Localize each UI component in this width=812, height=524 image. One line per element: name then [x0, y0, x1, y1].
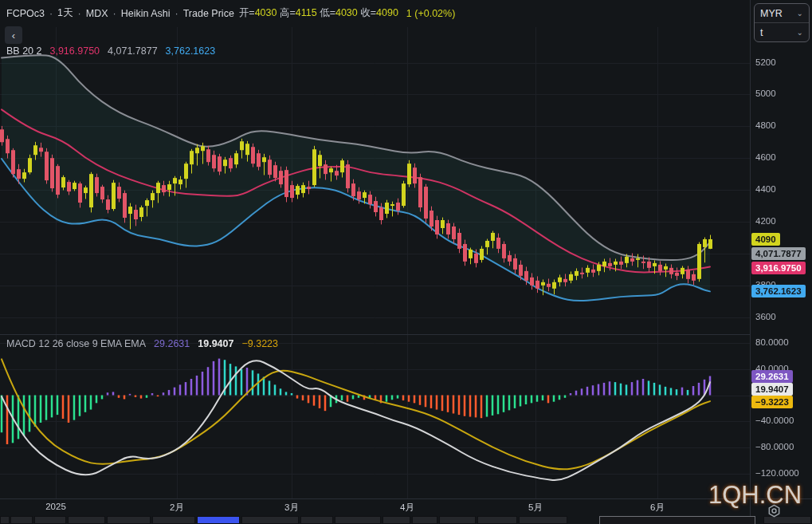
separator-dot: ·: [49, 8, 53, 19]
ohlc-value: 4030: [335, 7, 358, 18]
bottom-strip-segment[interactable]: [439, 516, 476, 524]
price-axis-label: 5200: [755, 57, 776, 67]
currency-dropdown[interactable]: MYR ⌄: [755, 4, 809, 22]
currency-unit-selector: MYR ⌄ t ⌄: [754, 3, 810, 42]
bottom-strip-segment[interactable]: [412, 516, 437, 524]
bottom-strip-segment[interactable]: [300, 516, 333, 524]
bottom-strip-segment[interactable]: [477, 516, 517, 524]
series-type: Trade Price: [183, 8, 234, 19]
macd-axis-label: −80.0000: [755, 442, 794, 451]
separator-dot: ·: [113, 8, 116, 19]
ohlc-label: 开=: [239, 7, 255, 18]
chevron-down-icon: ⌄: [797, 9, 803, 18]
time-axis-border: [0, 498, 812, 499]
bottom-strip-segment[interactable]: [382, 516, 410, 524]
bb-title[interactable]: BB 20 2: [6, 45, 41, 57]
chevron-down-icon: ⌄: [797, 28, 803, 37]
exchange: MDX: [86, 8, 108, 19]
price-axis-border[interactable]: [750, 0, 751, 524]
symbol-name[interactable]: FCPOc3: [6, 8, 45, 19]
back-button[interactable]: ‹: [5, 26, 22, 44]
time-axis-label[interactable]: 3月: [284, 502, 299, 514]
change-percent: 1 (+0.02%): [406, 8, 456, 19]
bottom-strip-segment[interactable]: [241, 516, 299, 524]
bb-indicator-legend[interactable]: BB 20 2 3,916.9750 4,071.7877 3,762.1623: [6, 45, 215, 57]
bb-upper-value: 4,071.7877: [108, 45, 158, 57]
price-axis-label: 3600: [755, 312, 776, 321]
price-axis-value-badge: 3,916.9750: [751, 262, 806, 274]
bottom-strip-segment[interactable]: [107, 516, 151, 524]
macd-signal-value: −9.3223: [241, 338, 278, 349]
macd-histogram-value: 29.2631: [154, 338, 190, 349]
macd-axis-label: 80.0000: [755, 337, 789, 347]
time-axis-label[interactable]: 2月: [170, 502, 184, 514]
chart-type: Heikin Ashi: [121, 8, 171, 19]
bottom-strip-segment[interactable]: [152, 516, 195, 524]
bottom-strip-segment[interactable]: [519, 516, 567, 524]
pane-divider[interactable]: [0, 334, 750, 335]
price-axis-label: 4400: [755, 184, 776, 194]
price-chart-canvas[interactable]: [0, 0, 812, 524]
separator-dot: ·: [78, 8, 81, 19]
price-axis-label: 4200: [755, 216, 776, 226]
symbol-info-bar[interactable]: FCPOc3 · 1天 · MDX · Heikin Ashi · Trade …: [6, 6, 455, 20]
unit-value: t: [760, 27, 763, 38]
bottom-strip-segment[interactable]: [68, 516, 105, 524]
separator-dot: ·: [175, 8, 178, 19]
ohlc-value: 4090: [376, 7, 398, 18]
ohlc-value: 4115: [296, 7, 317, 18]
bottom-strip-segment[interactable]: [0, 516, 10, 524]
macd-axis-label: −40.0000: [755, 416, 794, 425]
macd-indicator-legend[interactable]: MACD 12 26 close 9 EMA EMA 29.2631 19.94…: [6, 338, 278, 349]
time-axis-label[interactable]: 4月: [400, 502, 414, 514]
price-axis-label: 4800: [755, 120, 776, 130]
macd-axis-value-badge: 19.9407: [751, 383, 793, 396]
price-axis-value-badge: 4090: [751, 233, 780, 246]
macd-line-value: 19.9407: [198, 338, 233, 349]
macd-title[interactable]: MACD 12 26 close 9 EMA EMA: [6, 338, 146, 349]
time-axis-label[interactable]: 6月: [650, 502, 665, 514]
gear-icon[interactable]: [767, 503, 782, 518]
bb-basis-value: 3,916.9750: [49, 45, 100, 57]
back-chevron-icon: ‹: [12, 30, 15, 41]
time-axis-label[interactable]: 5月: [528, 502, 543, 514]
currency-value: MYR: [760, 8, 783, 19]
bottom-strip-segment[interactable]: [335, 516, 381, 524]
macd-axis-value-badge: −9.3223: [751, 396, 793, 408]
bottom-strip-segment[interactable]: [10, 516, 33, 524]
bottom-strip-segment[interactable]: [599, 516, 755, 524]
price-axis-label: 5000: [755, 89, 776, 98]
ohlc-label: 低=: [317, 7, 335, 18]
ohlc-value: 4030: [255, 7, 277, 18]
unit-dropdown[interactable]: t ⌄: [755, 22, 809, 41]
ohlc-label: 收=: [358, 7, 376, 18]
price-axis-value-badge: 3,762.1623: [751, 285, 806, 297]
interval[interactable]: 1天: [57, 6, 73, 20]
macd-axis-label: −120.0000: [755, 468, 799, 478]
time-axis-label[interactable]: 2025: [45, 502, 66, 511]
price-axis-label: 4600: [755, 152, 776, 162]
chart-window: FCPOc3 · 1天 · MDX · Heikin Ashi · Trade …: [0, 0, 812, 524]
watermark: 1QH.CN: [708, 481, 802, 510]
macd-axis-value-badge: 29.2631: [751, 370, 793, 383]
bb-lower-value: 3,762.1623: [166, 45, 216, 57]
ohlc-values: 开=4030 高=4115 低=4030 收=4090: [239, 6, 398, 20]
ohlc-label: 高=: [277, 7, 295, 18]
price-axis-value-badge: 4,071.7877: [751, 247, 806, 260]
bottom-strip-segment[interactable]: [197, 516, 240, 524]
bottom-strip-segment[interactable]: [34, 516, 66, 524]
